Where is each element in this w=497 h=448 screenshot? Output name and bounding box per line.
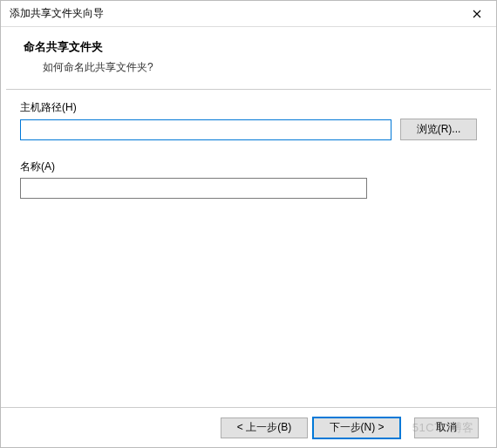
host-path-label: 主机路径(H): [20, 100, 477, 115]
name-group: 名称(A): [20, 160, 477, 199]
page-title: 命名共享文件夹: [24, 39, 487, 55]
wizard-header: 命名共享文件夹 如何命名此共享文件夹?: [1, 27, 496, 89]
host-path-input[interactable]: [20, 119, 391, 140]
name-label: 名称(A): [20, 160, 477, 174]
host-path-row: 浏览(R)...: [20, 119, 477, 140]
cancel-button[interactable]: 取消: [414, 417, 479, 438]
content-area: 主机路径(H) 浏览(R)... 名称(A): [1, 90, 496, 407]
close-button[interactable]: [460, 2, 494, 26]
titlebar: 添加共享文件夹向导: [1, 1, 496, 27]
close-icon: [473, 10, 481, 18]
back-button[interactable]: < 上一步(B): [221, 417, 308, 438]
wizard-footer: < 上一步(B) 下一步(N) > 取消: [1, 407, 496, 447]
window-title: 添加共享文件夹向导: [10, 6, 460, 21]
name-input[interactable]: [20, 178, 367, 199]
host-path-group: 主机路径(H) 浏览(R)...: [20, 100, 477, 140]
browse-button[interactable]: 浏览(R)...: [400, 119, 477, 140]
next-button[interactable]: 下一步(N) >: [313, 417, 400, 438]
name-row: [20, 178, 477, 199]
page-subtitle: 如何命名此共享文件夹?: [24, 60, 487, 75]
